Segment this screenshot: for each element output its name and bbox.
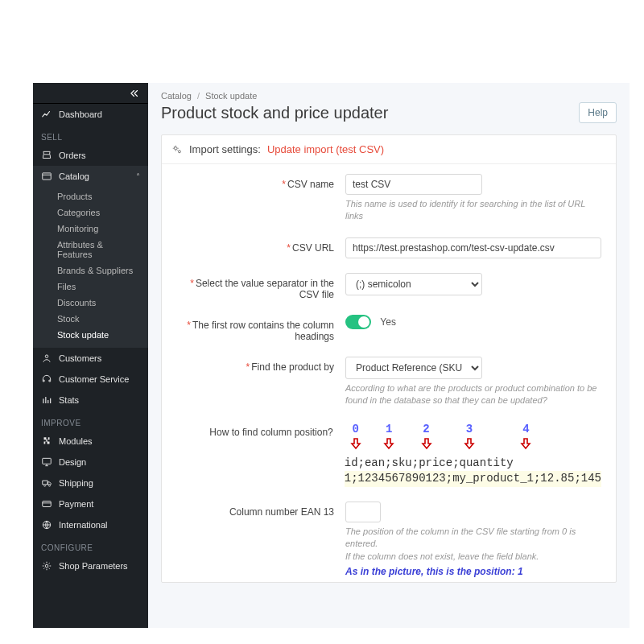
sidebar-item-label: Shop Parameters — [59, 561, 128, 571]
subnav-stock-update[interactable]: Stock update — [33, 327, 148, 343]
sidebar-section-sell: SELL — [33, 125, 148, 145]
label-column-position: How to find column position? — [176, 422, 345, 438]
sidebar-collapse[interactable] — [33, 83, 148, 104]
truck-icon — [41, 477, 52, 489]
sidebar-item-customers[interactable]: Customers — [33, 348, 148, 369]
sidebar-item-label: Shipping — [59, 478, 93, 488]
panel-title-tag: Update import (test CSV) — [267, 143, 384, 155]
subnav-categories[interactable]: Categories — [33, 204, 148, 221]
svg-point-5 — [45, 564, 48, 568]
sidebar-item-customer-service[interactable]: Customer Service — [33, 369, 148, 390]
breadcrumb-a[interactable]: Catalog — [161, 91, 192, 101]
sidebar-item-catalog[interactable]: Catalog ˄ — [33, 166, 148, 187]
first-row-toggle[interactable] — [345, 315, 371, 329]
svg-rect-2 — [43, 458, 52, 464]
svg-rect-3 — [43, 502, 52, 507]
chart-line-icon — [41, 109, 52, 120]
subnav-files[interactable]: Files — [33, 279, 148, 295]
breadcrumb: Catalog / Stock update — [161, 91, 617, 101]
gear-icon — [41, 560, 52, 572]
ean-column-input[interactable] — [345, 502, 381, 522]
main-content: Catalog / Stock update Product stock and… — [148, 83, 630, 628]
subnav-monitoring[interactable]: Monitoring — [33, 221, 148, 237]
gears-icon — [171, 144, 183, 155]
monitor-icon — [41, 456, 52, 468]
sidebar-item-label: Customers — [59, 353, 101, 363]
chevron-up-icon: ˄ — [136, 172, 140, 181]
sidebar-item-stats[interactable]: Stats — [33, 390, 148, 411]
import-settings-panel: Import settings: Update import (test CSV… — [161, 134, 617, 583]
find-by-select[interactable]: Product Reference (SKU) — [345, 357, 482, 379]
globe-icon — [41, 519, 52, 530]
label-find-by: *Find the product by — [176, 357, 345, 373]
hint-find-by: According to what are the products or pr… — [345, 382, 601, 407]
help-button[interactable]: Help — [579, 102, 617, 123]
subnav-attributes[interactable]: Attributes & Features — [33, 237, 148, 262]
svg-rect-0 — [43, 173, 52, 180]
subnav-brands[interactable]: Brands & Suppliers — [33, 262, 148, 279]
sidebar-item-label: Payment — [59, 499, 93, 509]
sidebar-item-dashboard[interactable]: Dashboard — [33, 104, 148, 125]
sidebar-item-label: Catalog — [59, 171, 89, 181]
first-row-value: Yes — [380, 316, 396, 328]
sidebar-item-label: Dashboard — [59, 109, 102, 119]
hint-ean-1: The position of the column in the CSV fi… — [345, 526, 601, 551]
person-icon — [41, 353, 52, 364]
sidebar-item-design[interactable]: Design — [33, 452, 148, 473]
sidebar-item-label: Orders — [59, 151, 86, 160]
catalog-icon — [41, 171, 52, 182]
breadcrumb-sep: / — [197, 91, 200, 101]
sidebar-item-label: International — [59, 520, 108, 530]
hint-ean-2: If the column does not exist, leave the … — [345, 551, 601, 563]
svg-point-1 — [45, 355, 48, 358]
sidebar-item-label: Design — [59, 457, 86, 467]
svg-point-7 — [178, 150, 180, 152]
example-data-row: 1;1234567890123;my_product_1;12.85;145 — [345, 471, 601, 487]
sidebar-item-shipping[interactable]: Shipping — [33, 473, 148, 493]
breadcrumb-b: Stock update — [205, 91, 257, 101]
svg-point-6 — [175, 147, 178, 150]
separator-select[interactable]: (;) semicolon — [345, 273, 482, 295]
sidebar-item-label: Modules — [59, 436, 93, 446]
example-header-row: id;ean;sku;price;quantity — [345, 456, 601, 472]
panel-title-lead: Import settings: — [189, 143, 261, 155]
chevron-double-left-icon — [129, 88, 140, 99]
sidebar-item-label: Customer Service — [59, 374, 129, 384]
page-title: Product stock and price updater — [161, 104, 388, 122]
puzzle-icon — [41, 436, 52, 447]
sidebar-item-label: Stats — [59, 395, 79, 405]
label-ean: Column number EAN 13 — [176, 502, 345, 518]
orders-icon — [41, 150, 52, 161]
headset-icon — [41, 374, 52, 385]
sidebar-item-orders[interactable]: Orders — [33, 145, 148, 166]
csv-url-input[interactable] — [345, 237, 601, 258]
subnav-products[interactable]: Products — [33, 188, 148, 204]
catalog-submenu: Products Categories Monitoring Attribute… — [33, 187, 148, 348]
ean-position-note: As in the picture, this is the position:… — [345, 566, 601, 577]
label-csv-url: *CSV URL — [176, 237, 345, 254]
sidebar-item-shop-parameters[interactable]: Shop Parameters — [33, 555, 148, 576]
label-first-row: *The first row contains the column headi… — [176, 315, 345, 342]
sidebar-item-modules[interactable]: Modules — [33, 431, 148, 452]
sidebar-item-payment[interactable]: Payment — [33, 493, 148, 514]
subnav-stock[interactable]: Stock — [33, 311, 148, 327]
hint-csv-name: This name is used to identify it for sea… — [345, 198, 601, 223]
label-separator: *Select the value separator in the CSV f… — [176, 273, 345, 300]
subnav-discounts[interactable]: Discounts — [33, 295, 148, 311]
column-position-example: 0 1 2 3 4 — [345, 422, 601, 487]
credit-card-icon — [41, 498, 52, 510]
sidebar-item-international[interactable]: International — [33, 514, 148, 535]
stats-icon — [41, 394, 52, 406]
sidebar-section-improve: IMPROVE — [33, 411, 148, 431]
csv-name-input[interactable] — [345, 174, 482, 195]
label-csv-name: *CSV name — [176, 174, 345, 190]
sidebar: Dashboard SELL Orders Catalog ˄ Products… — [33, 83, 148, 628]
sidebar-section-configure: CONFIGURE — [33, 535, 148, 555]
